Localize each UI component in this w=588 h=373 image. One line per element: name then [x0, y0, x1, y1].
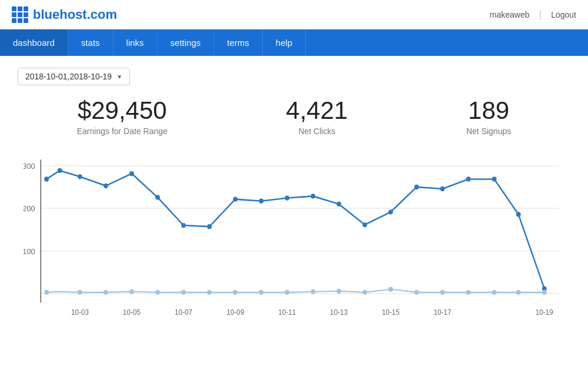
- chart-dot-secondary: [78, 290, 82, 295]
- chart-dot-secondary: [440, 290, 445, 295]
- chart-dot: [415, 185, 419, 189]
- svg-text:10-05: 10-05: [123, 308, 141, 317]
- signups-stat: 189 Net Signups: [466, 97, 511, 136]
- chart-dot-secondary: [389, 287, 393, 292]
- earnings-label: Earnings for Date Range: [77, 126, 168, 136]
- chart-dot: [259, 199, 263, 204]
- date-range-picker[interactable]: 2018-10-01,2018-10-19 ▼: [18, 68, 130, 85]
- svg-text:10-09: 10-09: [226, 308, 244, 317]
- svg-text:10-13: 10-13: [330, 308, 348, 317]
- chart-dot: [516, 212, 521, 217]
- chart-area: 300 200 100 10-03 10-05 10-07 10-09 10-1…: [24, 154, 564, 330]
- chart-dot-secondary: [285, 290, 289, 295]
- chart-dot: [181, 223, 186, 228]
- svg-text:200: 200: [24, 204, 35, 213]
- chart-dot-secondary: [492, 290, 497, 295]
- chart-dot: [129, 171, 134, 176]
- chart-dot: [466, 176, 471, 181]
- logo-text: bluehost.com: [33, 7, 117, 22]
- chart-dot-secondary: [310, 289, 315, 294]
- chart-dot-secondary: [44, 290, 49, 295]
- header-divider: |: [539, 8, 542, 21]
- clicks-stat: 4,421 Net Clicks: [286, 97, 348, 136]
- chart-dot-secondary: [259, 290, 263, 295]
- chart-dot-secondary: [336, 289, 341, 294]
- chart-dot: [310, 194, 315, 198]
- clicks-value: 4,421: [286, 97, 348, 124]
- chart-dot-secondary: [129, 289, 134, 294]
- svg-text:10-15: 10-15: [382, 308, 399, 317]
- nav-bar: dashboard stats links settings terms hel…: [0, 29, 588, 56]
- top-header: bluehost.com makeaweb | Logout: [0, 0, 588, 29]
- earnings-stat: $29,450 Earnings for Date Range: [77, 97, 168, 136]
- chart-dot: [103, 184, 108, 188]
- chart-dot-secondary: [233, 290, 238, 295]
- signups-label: Net Signups: [466, 126, 511, 136]
- earnings-value: $29,450: [77, 97, 168, 124]
- svg-text:10-07: 10-07: [175, 308, 192, 317]
- logo-area: bluehost.com: [12, 6, 117, 23]
- main-content: 2018-10-01,2018-10-19 ▼ $29,450 Earnings…: [0, 56, 588, 342]
- nav-item-terms[interactable]: terms: [214, 29, 263, 56]
- chart-dot: [233, 197, 238, 202]
- chart-dot-secondary: [155, 290, 160, 295]
- chart-dot: [389, 209, 393, 214]
- line-chart: 300 200 100 10-03 10-05 10-07 10-09 10-1…: [24, 154, 564, 330]
- chart-dot: [207, 224, 212, 229]
- chevron-down-icon: ▼: [116, 74, 122, 80]
- logout-button[interactable]: Logout: [551, 10, 576, 19]
- nav-item-dashboard[interactable]: dashboard: [0, 29, 68, 56]
- svg-text:10-19: 10-19: [536, 308, 553, 317]
- chart-dot: [440, 186, 445, 191]
- chart-dot: [78, 174, 82, 179]
- svg-text:10-17: 10-17: [433, 308, 451, 317]
- chart-dot: [285, 196, 289, 201]
- chart-dot-secondary: [181, 290, 186, 295]
- stats-row: $29,450 Earnings for Date Range 4,421 Ne…: [18, 97, 570, 136]
- chart-dot: [336, 202, 341, 207]
- username-label: makeaweb: [490, 10, 530, 19]
- logo-grid-icon: [12, 6, 28, 23]
- nav-item-links[interactable]: links: [113, 29, 158, 56]
- clicks-label: Net Clicks: [286, 126, 348, 136]
- chart-dot-secondary: [516, 290, 521, 295]
- nav-item-stats[interactable]: stats: [68, 29, 113, 56]
- chart-dot-secondary: [207, 290, 212, 295]
- nav-item-help[interactable]: help: [263, 29, 306, 56]
- svg-text:10-03: 10-03: [71, 308, 89, 317]
- chart-dot-secondary: [103, 290, 108, 295]
- signups-value: 189: [466, 97, 511, 124]
- chart-dot: [492, 176, 497, 181]
- chart-dot-secondary: [415, 290, 419, 295]
- chart-dot-secondary: [362, 290, 367, 295]
- primary-chart-line: [46, 171, 544, 289]
- chart-dot: [155, 195, 160, 200]
- nav-item-settings[interactable]: settings: [158, 29, 215, 56]
- chart-dot: [362, 222, 367, 227]
- chart-dot-secondary: [542, 290, 547, 295]
- header-right: makeaweb | Logout: [490, 8, 576, 21]
- svg-text:100: 100: [24, 247, 35, 256]
- svg-text:300: 300: [24, 162, 35, 171]
- svg-text:10-11: 10-11: [278, 308, 296, 317]
- chart-dot-secondary: [466, 290, 471, 295]
- chart-dot: [44, 176, 49, 181]
- date-range-value: 2018-10-01,2018-10-19: [25, 72, 112, 81]
- chart-dot: [58, 168, 62, 173]
